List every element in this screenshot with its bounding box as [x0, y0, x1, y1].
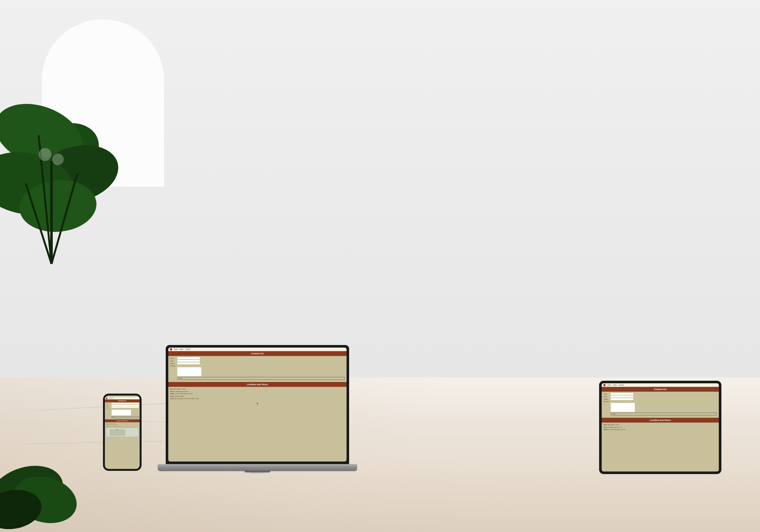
laptop-screen: About Menu Contact Contact Us! Name: Ema…	[168, 348, 347, 461]
phone-subject-label: Subject:	[106, 407, 112, 408]
laptop-subject-label: Subject:	[170, 363, 177, 364]
laptop-info-name: Name: Anna Miller - Owner	[170, 388, 345, 390]
phone-form-body: Name: Email: Subject: Message: Submit	[105, 402, 140, 419]
tablet-location-body: Name: Anna Miller - Owner Email: b.mille…	[602, 422, 719, 433]
phone-location-body: Name: Anna Miller - Owner Email: b.mille…	[105, 422, 140, 438]
phone-email-label: Email:	[106, 405, 112, 406]
monstera-plant-left	[0, 71, 142, 290]
laptop-contact-header: Contact Us!	[168, 351, 347, 356]
phone-notch	[118, 394, 127, 396]
tablet-location-header: Location and Hours	[602, 418, 719, 422]
phone-screen: Contact Us Contact Us! Name: Email: Subj…	[105, 396, 140, 469]
tablet-screen: About Menu Contact Contact Us! Name: Ema…	[602, 383, 719, 471]
laptop-form-body: Name: Email: Subject: Message: Submit	[168, 356, 347, 382]
laptop-nav-about[interactable]: About	[174, 349, 178, 350]
phone-logo	[106, 398, 108, 399]
laptop-name-row: Name:	[170, 357, 345, 359]
laptop-screen-bezel: About Menu Contact Contact Us! Name: Ema…	[166, 345, 349, 464]
phone-subject-input[interactable]	[112, 407, 139, 408]
tablet-logo	[603, 384, 605, 386]
laptop-subject-row: Subject:	[170, 363, 345, 364]
phone-info-address: Address: 97 7th St Brooklyn, NY 1215	[106, 426, 139, 427]
tablet-name-input[interactable]	[611, 393, 633, 395]
phone-map	[106, 427, 139, 437]
phone-subject-row: Subject:	[106, 407, 139, 408]
phone-email-row: Email:	[106, 405, 139, 406]
tablet-frame: About Menu Contact Contact Us! Name: Ema…	[599, 381, 721, 474]
tablet-email-input[interactable]	[611, 396, 633, 398]
laptop-location-header: Location and Hours	[168, 382, 347, 387]
svg-point-11	[52, 154, 64, 165]
tablet-email-row: Email:	[604, 396, 717, 398]
tablet-nav-menu[interactable]: Menu	[613, 384, 617, 386]
laptop-logo	[170, 348, 172, 351]
tablet-nav-about[interactable]: About	[607, 384, 611, 386]
phone-contact-header: Contact Us!	[105, 399, 140, 402]
monstera-plant-bottom	[0, 429, 90, 532]
phone-name-row: Name:	[106, 403, 139, 404]
tablet-info-email: Email: b.miller@restaurant.com	[604, 426, 717, 428]
phone-email-input[interactable]	[112, 405, 139, 406]
laptop-nav-menu[interactable]: Menu	[180, 349, 183, 350]
laptop-info-email: Email: b.miller@restaurant.com	[170, 391, 345, 393]
laptop-base	[158, 464, 357, 471]
tablet-message-label: Message:	[604, 401, 611, 402]
tablet: About Menu Contact Contact Us! Name: Ema…	[599, 381, 721, 474]
tablet-name-row: Name:	[604, 393, 717, 395]
phone: Contact Us Contact Us! Name: Email: Subj…	[103, 394, 142, 471]
svg-point-10	[39, 148, 52, 161]
laptop-info-phone: Phone: (832) 725-9456	[170, 396, 345, 398]
tablet-form-body: Name: Email: Subject: Message: Submit	[602, 392, 719, 418]
phone-nav: Contact Us	[105, 397, 140, 399]
laptop-nav-contact[interactable]: Contact	[185, 349, 190, 350]
laptop-nav: About Menu Contact	[168, 348, 347, 351]
laptop-name-input[interactable]	[177, 357, 200, 359]
phone-message-label: Message:	[106, 409, 112, 410]
tablet-nav: About Menu Contact	[602, 383, 719, 387]
laptop-subject-input[interactable]	[177, 363, 200, 364]
phone-location-header: Location and Hours	[105, 419, 140, 422]
laptop-message-label: Message:	[170, 365, 177, 366]
laptop: About Menu Contact Contact Us! Name: Ema…	[158, 345, 357, 474]
tablet-subject-input[interactable]	[611, 398, 633, 400]
phone-name-label: Name:	[106, 403, 112, 404]
laptop-location-body: Name: Anna Miller - Owner Email: b.mille…	[168, 387, 347, 402]
tablet-info-name: Name: Anna Miller - Owner	[604, 424, 717, 426]
phone-frame: Contact Us Contact Us! Name: Email: Subj…	[103, 394, 142, 471]
phone-name-input[interactable]	[112, 403, 139, 404]
laptop-info-hours: Hours: Mon-Sat 8 A.M - 9 P.M, Sun 8 A.M …	[170, 398, 345, 400]
tablet-email-label: Email:	[604, 396, 611, 398]
tablet-submit-button[interactable]: Submit	[611, 412, 717, 415]
tablet-nav-contact[interactable]: Contact	[619, 384, 624, 386]
tablet-message-textarea[interactable]	[611, 403, 635, 412]
laptop-email-row: Email:	[170, 360, 345, 362]
laptop-message-textarea[interactable]	[177, 367, 202, 376]
phone-info-name: Name: Anna Miller - Owner	[106, 423, 139, 424]
tablet-subject-row: Subject:	[604, 398, 717, 400]
phone-nav-contact[interactable]: Contact Us	[109, 398, 114, 399]
phone-submit-button[interactable]: Submit	[112, 416, 139, 418]
phone-message-textarea[interactable]	[112, 410, 131, 415]
phone-info-email: Email: b.miller@restaurant.com	[106, 424, 139, 425]
tablet-subject-label: Subject:	[604, 399, 611, 400]
laptop-message-label-row: Message:	[170, 365, 345, 366]
laptop-scroll-arrow: ▼	[168, 402, 347, 406]
tablet-name-label: Name:	[604, 393, 611, 395]
tablet-message-label-row: Message:	[604, 401, 717, 402]
laptop-submit-button[interactable]: Submit	[177, 377, 345, 380]
laptop-info-address: Address: 97 7th St Brooklyn, NY 1215	[170, 393, 345, 395]
laptop-email-label: Email:	[170, 360, 177, 362]
phone-message-label-row: Message:	[106, 409, 139, 410]
tablet-info-address: Address: 97 7th St Brooklyn, NY 1215	[604, 429, 717, 431]
laptop-name-label: Name:	[170, 358, 177, 359]
laptop-email-input[interactable]	[177, 360, 200, 362]
tablet-contact-header: Contact Us!	[602, 387, 719, 392]
